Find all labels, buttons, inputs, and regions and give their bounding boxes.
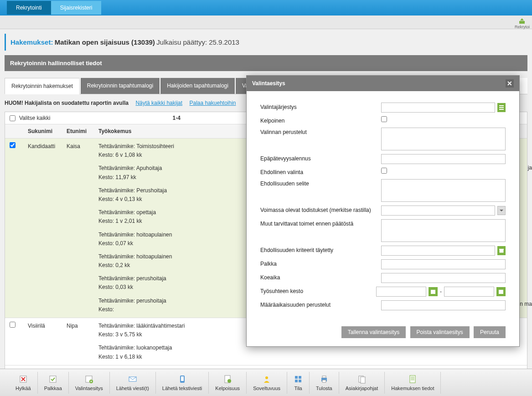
label-koeaika: Koeaika [260,273,381,281]
input-epapatevyysalennus[interactable] [381,154,506,164]
label-ehdollinen-valinta: Ehdollinen valinta [260,168,381,175]
toolbar-eligibility-button[interactable]: Kelpoisuus [209,372,247,394]
checkbox-ehdollinen-valinta[interactable] [381,168,387,174]
svg-rect-21 [411,377,414,377]
svg-rect-7 [181,376,184,381]
dropdown-icon[interactable] [497,206,506,215]
svg-rect-13 [295,380,298,382]
label-epapatevyysalennus: Epäpätevyysalennus [260,154,381,162]
label-voimassa-olevat: Voimassa olevat todistukset (merkitse ra… [260,206,381,213]
input-voimassa-olevat[interactable] [381,206,495,216]
svg-rect-24 [499,105,504,106]
svg-rect-0 [519,21,525,24]
input-koeaika[interactable] [381,273,506,283]
rekrytoi-button[interactable]: Rekrytoi [515,17,530,29]
svg-rect-29 [431,290,435,294]
page-title-prefix: Hakemukset: [10,38,53,46]
toolbar-hire-button[interactable]: Palkkaa [38,372,69,394]
svg-rect-12 [299,376,301,379]
row-checkbox[interactable] [10,322,15,328]
toolbar-sms-button[interactable]: Lähetä tekstiviesti [156,372,209,394]
label-tyosuhteen-kesto: Työsuhteen kesto [260,287,376,294]
label-muut-toimet: Muut tarvittavat toimet ennen päätöstä [260,219,381,227]
select-all-label: Valitse kaikki [19,115,50,121]
label-ehdollisuuden-selite: Ehdollisuuden selite [260,179,381,187]
top-navigation: Rekrytointi Sijaisrekisteri [0,0,532,15]
textarea-ehdollisuuden-selite[interactable] [381,179,506,202]
calendar-icon[interactable] [497,246,506,255]
nav-tab-rekrytointi[interactable]: Rekrytointi [7,1,51,15]
calendar-icon[interactable] [429,287,438,296]
label-valinnan-perustelut: Valinnan perustelut [260,128,381,135]
tab-tapahtumalogi[interactable]: Rekrytoinnin tapahtumalogi [81,78,160,94]
bottom-toolbar: HylkääPalkkaaValintaesitysLähetä viesti(… [0,369,532,396]
svg-rect-23 [411,380,414,380]
checkbox-kelpoinen[interactable] [381,116,387,122]
cell-etunimi: Nipa [62,318,94,365]
svg-point-10 [265,376,268,379]
toolbar-strip: Rekrytoi [0,15,532,29]
calendar-icon[interactable] [496,287,506,296]
delete-button[interactable]: Poista valintaesitys [410,326,470,338]
toolbar-status-button[interactable]: Tila [287,372,310,394]
toolbar-details-button[interactable]: Hakemuksen tiedot [385,372,441,394]
svg-rect-30 [499,290,503,294]
cell-sukunimi: Visiirilä [23,318,62,365]
label-palkka: Palkka [260,259,381,267]
toolbar-suitability-button[interactable]: Soveltuvuus [247,372,287,394]
toolbar-proposal-button[interactable]: Valintaesitys [69,372,110,394]
tab-hakemukset[interactable]: Rekrytoinnin hakemukset [5,78,80,94]
svg-rect-25 [499,107,504,108]
clipped-text: n ma [520,301,532,307]
page-title: Hakemukset: Matikan open sijaisuus (1303… [5,34,527,51]
svg-rect-22 [411,378,414,379]
valintaesitys-modal: Valintaesitys ✕ Valintajärjestys Kelpoin… [246,75,520,347]
list-picker-icon[interactable] [497,103,506,112]
nav-tab-sijaisrekisteri[interactable]: Sijaisrekisteri [51,1,102,15]
toolbar-reject-button[interactable]: Hylkää [9,372,38,394]
cancel-button[interactable]: Peruuta [474,326,506,338]
input-palkka[interactable] [381,259,506,269]
toolbar-templates-button[interactable]: Asiakirjapohjat [339,372,385,394]
row-count: 1-4 [172,115,180,121]
row-checkbox[interactable] [10,142,15,148]
svg-rect-14 [299,380,301,382]
cell-sukunimi: Kandidaatti [23,139,62,318]
col-sukunimi[interactable]: Sukunimi [23,124,62,139]
svg-rect-28 [499,249,504,250]
toolbar-print-button[interactable]: Tulosta [310,372,339,394]
modal-close-button[interactable]: ✕ [506,79,514,87]
svg-rect-2 [50,376,56,382]
label-kelpoinen: Kelpoinen [260,116,381,124]
svg-rect-16 [322,376,326,378]
input-maaraaikaisuuden[interactable] [381,300,506,310]
modal-title: Valintaesitys [252,80,285,87]
svg-rect-19 [361,377,365,383]
clipped-text: ja [528,159,532,176]
select-all-checkbox[interactable] [10,115,15,121]
page-title-main: Matikan open sijaisuus (13039) [55,38,155,46]
svg-rect-20 [410,375,415,383]
input-kesto-end[interactable] [444,287,494,297]
col-etunimi[interactable]: Etunimi [62,124,94,139]
link-show-all[interactable]: Näytä kaikki hakijat [135,100,182,106]
svg-rect-17 [322,380,326,382]
page-title-suffix: Julkaisu päättyy: 25.9.2013 [156,38,239,46]
toolbar-mail-button[interactable]: Lähetä viesti(t) [110,372,156,394]
label-ehdollisuuden-kriteerit: Ehdollisuuden kriteerit täytetty [260,246,381,253]
save-button[interactable]: Tallenna valintaesitys [341,326,406,338]
input-valintajarjestys[interactable] [381,103,495,113]
input-kesto-start[interactable] [376,287,426,297]
svg-rect-26 [499,109,504,110]
textarea-muut-toimet[interactable] [381,219,506,242]
textarea-valinnan-perustelut[interactable] [381,128,506,150]
svg-point-9 [227,379,231,383]
svg-rect-11 [295,376,298,379]
tab-hakijoiden-tapahtumalogi[interactable]: Hakijoiden tapahtumalogi [160,78,235,94]
label-valintajarjestys: Valintajärjestys [260,103,381,110]
cell-etunimi: Kaisa [62,139,94,318]
label-maaraaikaisuuden: Määräaikaisuuden perustelut [260,300,381,308]
input-ehdollisuuden-kriteerit[interactable] [381,246,495,256]
link-back-criteria[interactable]: Palaa hakuehtoihin [189,100,236,106]
section-header: Rekrytoinnin hallinnolliset tiedot [5,55,527,71]
